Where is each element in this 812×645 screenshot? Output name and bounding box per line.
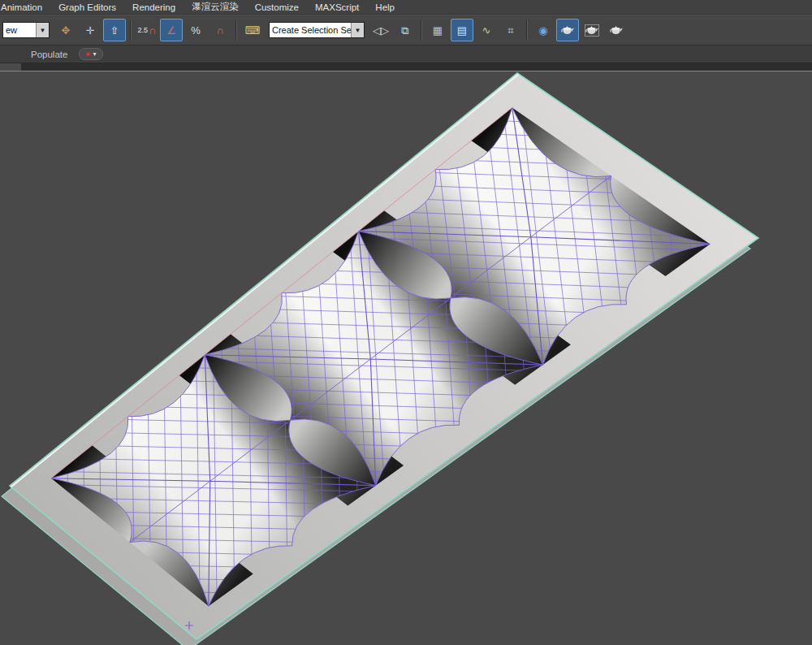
- layer-manager-button[interactable]: ▤: [451, 19, 473, 41]
- select-and-move-button[interactable]: ✛: [79, 19, 102, 41]
- keyboard-shortcut-override-toggle-icon: ⌨: [245, 25, 261, 36]
- ribbon-row: Populate ▾: [0, 45, 812, 63]
- ribbon-substrip: [0, 63, 812, 71]
- material-editor-button[interactable]: ◉: [532, 19, 555, 41]
- named-selection-sets-value: Create Selection Se: [270, 25, 351, 35]
- align-button[interactable]: ⧉: [394, 19, 417, 41]
- select-and-manipulate-icon: ✥: [62, 25, 71, 36]
- use-pivot-point-center-icon: ⇧: [110, 25, 119, 36]
- graphite-modeling-ribbon-icon: ▦: [433, 25, 443, 36]
- schematic-view-button[interactable]: ⌗: [499, 19, 522, 41]
- curve-editor-icon: ∿: [482, 25, 491, 36]
- menu-item-animation[interactable]: Animation: [0, 2, 50, 13]
- snaps-toggle-2-5d-icon: ∩: [149, 25, 156, 36]
- spinner-snap-toggle-icon: ∩: [216, 25, 223, 36]
- snaps-toggle-2-5d-button[interactable]: 2.5∩: [136, 19, 158, 41]
- main-toolbar: ew ▼ ✥✛⇧2.5∩∠%∩⌨ Create Selection Se ▼ ◁…: [0, 15, 812, 45]
- rendered-frame-window-button[interactable]: [581, 19, 603, 41]
- percent-snap-toggle-button[interactable]: %: [184, 19, 207, 41]
- schematic-view-icon: ⌗: [508, 25, 513, 36]
- mirror-icon: ◁▷: [373, 25, 389, 36]
- record-dot-icon: [86, 52, 90, 56]
- select-and-move-icon: ✛: [86, 25, 95, 36]
- toolbar-separator: [421, 20, 422, 40]
- menu-item-help[interactable]: Help: [367, 2, 403, 13]
- menu-item-maxscript[interactable]: MAXScript: [307, 2, 367, 13]
- named-selection-sets-dropdown[interactable]: Create Selection Se ▼: [269, 22, 365, 38]
- menu-item-rendering[interactable]: Rendering: [124, 2, 184, 13]
- chevron-down-icon[interactable]: ▼: [351, 23, 364, 37]
- tab-populate[interactable]: Populate: [0, 50, 79, 59]
- viewport[interactable]: [0, 71, 812, 645]
- ribbon-corner-tab: [0, 63, 21, 71]
- angle-snap-toggle-button[interactable]: ∠: [160, 19, 183, 41]
- keyboard-shortcut-override-toggle-button[interactable]: ⌨: [241, 19, 264, 41]
- toolbar-left-group: ✥✛⇧2.5∩∠%∩⌨: [54, 19, 264, 41]
- teapot-icon: [609, 24, 624, 37]
- teapot-icon: [560, 24, 575, 37]
- viewport-canvas[interactable]: [0, 71, 812, 645]
- chevron-down-icon[interactable]: ▼: [36, 23, 49, 37]
- render-production-button[interactable]: [605, 19, 628, 41]
- spinner-snap-toggle-button[interactable]: ∩: [209, 19, 231, 41]
- menu-item-cloud-render[interactable]: 瀑渲云渲染: [184, 0, 247, 14]
- angle-snap-toggle-icon: ∠: [166, 25, 176, 36]
- toolbar-separator: [130, 20, 132, 40]
- chevron-down-icon: ▾: [93, 52, 96, 57]
- ribbon-minimize-button[interactable]: ▾: [79, 48, 103, 60]
- align-icon: ⧉: [401, 25, 408, 36]
- menu-item-graph-editors[interactable]: Graph Editors: [50, 2, 124, 13]
- toolbar-right-group: ◁▷⧉▦▤∿⌗◉: [369, 19, 628, 41]
- use-pivot-point-center-button[interactable]: ⇧: [103, 19, 126, 41]
- toolbar-separator: [526, 20, 528, 40]
- layer-manager-icon: ▤: [457, 25, 467, 36]
- percent-snap-toggle-icon: %: [191, 25, 201, 36]
- reference-coordinate-value: ew: [3, 25, 36, 35]
- mirror-button[interactable]: ◁▷: [369, 19, 392, 41]
- reference-coordinate-dropdown[interactable]: ew ▼: [2, 22, 50, 38]
- toolbar-separator: [235, 20, 237, 40]
- material-editor-icon: ◉: [538, 25, 547, 36]
- select-and-manipulate-button[interactable]: ✥: [54, 19, 77, 41]
- menu-item-customize[interactable]: Customize: [247, 2, 307, 13]
- menu-bar: Animation Graph Editors Rendering 瀑渲云渲染 …: [0, 0, 812, 15]
- render-setup-button[interactable]: [556, 19, 579, 41]
- teapot-icon: [585, 24, 599, 37]
- curve-editor-button[interactable]: ∿: [475, 19, 498, 41]
- graphite-modeling-ribbon-button[interactable]: ▦: [426, 19, 449, 41]
- snaps-toggle-2-5d-label: 2.5: [138, 27, 149, 34]
